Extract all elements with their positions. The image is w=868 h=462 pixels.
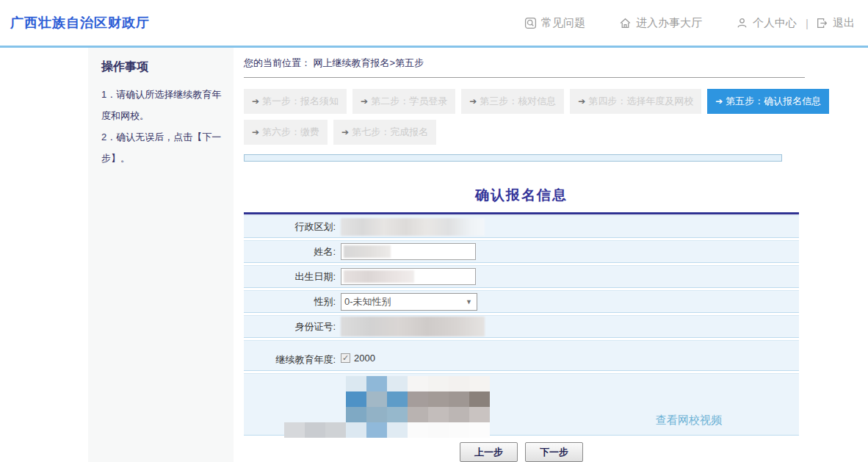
step-tab[interactable]: ➔第五步：确认报名信息	[707, 89, 829, 114]
step-tab-label: 第二步：学员登录	[371, 95, 447, 108]
edu-year-checkbox-label[interactable]: 2000	[354, 353, 375, 364]
mosaic-cell	[408, 422, 428, 438]
mosaic-cell	[305, 407, 325, 422]
mosaic-cell	[366, 391, 387, 407]
mosaic-cell	[449, 376, 469, 391]
name-input[interactable]	[341, 243, 476, 260]
step-tab-label: 第一步：报名须知	[262, 95, 339, 108]
step-arrow-icon: ➔	[341, 128, 349, 137]
step-tab[interactable]: ➔第七步：完成报名	[333, 120, 436, 145]
mosaic-cell	[408, 376, 428, 391]
mosaic-cell	[469, 422, 490, 438]
mosaic-cell	[325, 422, 346, 438]
mosaic-cell	[387, 407, 408, 422]
id-number-value-redacted	[341, 317, 485, 336]
sidebar: 操作事项 1．请确认所选择继续教育年度和网校。2．确认无误后，点击【下一步】。	[88, 48, 234, 462]
row-birthdate: 出生日期:	[244, 265, 799, 288]
row-gender: 性别: 0-未知性别 ▼	[244, 290, 799, 313]
edu-year-checkbox[interactable]: ✓	[341, 353, 350, 363]
sidebar-instructions: 1．请确认所选择继续教育年度和网校。2．确认无误后，点击【下一步】。	[101, 84, 223, 169]
nav-logout[interactable]: 退出	[816, 16, 855, 30]
mosaic-cell	[387, 376, 408, 391]
step-tab[interactable]: ➔第二步：学员登录	[352, 89, 455, 114]
step-arrow-icon: ➔	[252, 128, 259, 137]
site-logo[interactable]: 广西壮族自治区财政厅	[10, 14, 150, 32]
mosaic-cell	[469, 407, 490, 422]
mosaic-cell	[366, 422, 387, 438]
step-arrow-icon: ➔	[715, 97, 723, 106]
edu-year-label: 继续教育年度:	[244, 341, 341, 370]
site-header: 广西壮族自治区财政厅 常见问题 进入办事大厅	[0, 0, 868, 46]
nav-faq-label: 常见问题	[541, 16, 585, 30]
next-step-button[interactable]: 下一步	[525, 442, 583, 462]
nav-profile[interactable]: 个人中心	[736, 16, 797, 30]
step-tab[interactable]: ➔第六步：缴费	[244, 120, 328, 145]
step-tabs: ➔第一步：报名须知➔第二步：学员登录➔第三步：核对信息➔第四步：选择年度及网校➔…	[244, 89, 831, 145]
step-arrow-icon: ➔	[469, 97, 477, 106]
user-icon	[736, 17, 748, 29]
mosaic-cell	[366, 376, 387, 391]
name-label: 姓名:	[244, 245, 341, 259]
nav-faq[interactable]: 常见问题	[524, 16, 585, 30]
form-title: 确认报名信息	[244, 186, 799, 205]
step-tab-label: 第六步：缴费	[262, 126, 319, 139]
mosaic-cell	[366, 407, 387, 422]
mosaic-cell	[387, 422, 408, 438]
mosaic-cell	[305, 391, 325, 407]
step-tab[interactable]: ➔第一步：报名须知	[244, 89, 347, 114]
mosaic-cell	[284, 391, 305, 407]
sidebar-instruction-item: 1．请确认所选择继续教育年度和网校。	[101, 84, 223, 126]
mosaic-cell	[428, 422, 449, 438]
top-nav: 常见问题 进入办事大厅 个人中心 |	[491, 16, 855, 30]
page-body: 操作事项 1．请确认所选择继续教育年度和网校。2．确认无误后，点击【下一步】。 …	[0, 48, 868, 462]
gender-selected-value: 0-未知性别	[344, 295, 391, 308]
name-value-redacted	[344, 245, 391, 258]
mosaic-cell	[428, 376, 449, 391]
mosaic-cell	[284, 407, 305, 422]
nav-service-hall[interactable]: 进入办事大厅	[619, 16, 702, 30]
mosaic-cell	[469, 391, 490, 407]
row-school-image: 查看网校视频	[244, 373, 799, 436]
sidebar-title: 操作事项	[101, 59, 223, 75]
breadcrumb-divider	[244, 77, 805, 78]
gender-label: 性别:	[244, 295, 341, 308]
mosaic-cell	[305, 422, 325, 438]
mosaic-cell	[449, 422, 469, 438]
nav-service-hall-label: 进入办事大厅	[636, 16, 702, 30]
faq-search-icon	[524, 17, 537, 29]
logout-icon	[816, 17, 828, 29]
mosaic-cell	[469, 376, 490, 391]
nav-profile-label: 个人中心	[753, 16, 797, 30]
gender-select[interactable]: 0-未知性别 ▼	[341, 293, 477, 311]
previous-step-button[interactable]: 上一步	[460, 442, 518, 462]
step-arrow-icon: ➔	[252, 97, 259, 106]
birthdate-value-redacted	[344, 270, 414, 283]
mosaic-cell	[408, 407, 428, 422]
step-tab-label: 第七步：完成报名	[352, 126, 428, 139]
step-arrow-icon: ➔	[578, 97, 585, 106]
mosaic-cell	[346, 422, 366, 438]
id-number-label: 身份证号:	[244, 320, 341, 333]
mosaic-cell	[387, 391, 408, 407]
birthdate-label: 出生日期:	[244, 270, 341, 284]
confirm-form: 行政区划: 姓名: 出生日期:	[244, 215, 799, 436]
left-margin	[0, 48, 88, 462]
mosaic-cell	[284, 422, 305, 438]
birthdate-input[interactable]	[341, 268, 476, 285]
mosaic-cell	[449, 407, 469, 422]
mosaic-cell	[346, 391, 366, 407]
mosaic-cell	[449, 391, 469, 407]
sidebar-instruction-item: 2．确认无误后，点击【下一步】。	[101, 126, 223, 169]
nav-logout-label: 退出	[833, 16, 855, 30]
step-tab[interactable]: ➔第四步：选择年度及网校	[570, 89, 701, 114]
step-tab[interactable]: ➔第三步：核对信息	[461, 89, 564, 114]
mosaic-cell	[325, 376, 346, 391]
mosaic-cell	[284, 376, 305, 391]
mosaic-cell	[408, 391, 428, 407]
mosaic-cell	[325, 391, 346, 407]
step-arrow-icon: ➔	[361, 97, 368, 106]
view-school-video-link[interactable]: 查看网校视频	[656, 414, 722, 427]
mosaic-cell	[346, 407, 366, 422]
row-edu-year: 继续教育年度: ✓ 2000	[244, 340, 799, 371]
region-value-redacted	[341, 218, 485, 236]
